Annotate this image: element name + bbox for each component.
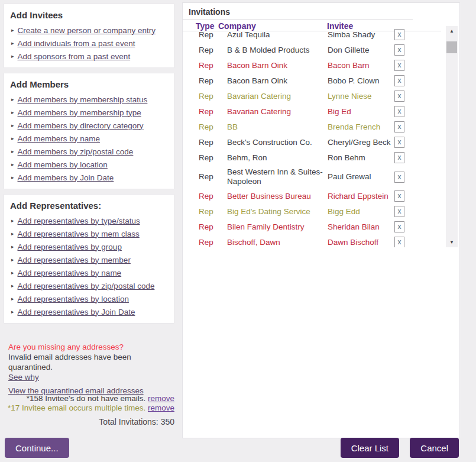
triangle-bullet-icon: ▸ [11,175,14,180]
menu-link-row: ▸Add members by directory category [10,119,168,132]
remove-invitee-button[interactable]: x [394,44,404,56]
menu-link[interactable]: Add members by zip/postal code [18,147,134,156]
multiple-emails-text: *17 Invitee email occurs multiple times. [8,403,148,412]
invitations-list[interactable]: RepAzul TequilaSimba ShadyxRepB & B Mold… [183,27,448,247]
company-cell: Azul Tequila [227,30,328,40]
menu-link-row: ▸Add members by membership status [10,93,168,106]
invitee-cell: Sheridan Bilan [328,222,394,232]
menu-link[interactable]: Add representatives by Join Date [18,308,135,316]
remove-multiple-link[interactable]: remove [148,403,174,412]
scroll-up-icon[interactable]: ▲ [446,26,458,36]
menu-link[interactable]: Create a new person or company entry [18,26,156,35]
remove-invitee-button[interactable]: x [394,75,404,86]
menu-link-row: ▸Create a new person or company entry [10,24,168,37]
table-row: RepBest Western Inn & Suites-NapoleonPau… [183,166,448,189]
menu-link[interactable]: Add representatives by mem class [18,230,140,238]
menu-link-row: ▸Add representatives by type/status [10,214,168,227]
invitee-cell: Dawn Bischoff [328,238,394,247]
menu-link[interactable]: Add members by location [18,160,108,169]
remove-invitee-button[interactable]: x [394,152,404,163]
remove-invitee-button[interactable]: x [394,29,404,40]
remove-invitee-button[interactable]: x [394,206,404,217]
menu-link[interactable]: Add representatives by name [18,269,122,277]
invitee-cell: Don Gillette [328,46,394,55]
table-row: RepBeck's Construction Co.Cheryl/Greg Be… [183,135,448,150]
invitee-cell: Brenda French [328,122,394,132]
see-why-link[interactable]: See why [8,372,39,382]
remove-invitee-button[interactable]: x [394,190,404,202]
menu-link-row: ▸Add individuals from a past event [10,37,168,50]
list-scrollbar[interactable]: ▲ ▼ [446,26,458,247]
table-row: RepBacon Barn OinkBacon Barnx [183,58,448,73]
multiple-emails-line: *17 Invitee email occurs multiple times.… [5,403,174,413]
table-row: RepBacon Barn OinkBobo P. Clownx [183,73,448,89]
invitee-cell: Simba Shady [328,30,394,40]
remove-invitee-button[interactable]: x [394,221,404,232]
menu-link-row: ▸Add representatives by name [10,266,168,279]
menu-link[interactable]: Add representatives by location [18,295,129,303]
remove-invitee-button[interactable]: x [394,172,404,183]
triangle-bullet-icon: ▸ [11,96,14,102]
invitee-cell: Lynne Niese [328,92,394,101]
menu-link[interactable]: Add sponsors from a past event [18,52,131,61]
invitee-cell: Big Ed [328,107,394,117]
invitations-title: Invitations [189,7,459,17]
company-cell: Bavarian Catering [227,107,328,117]
company-cell: Bacon Barn Oink [227,76,328,86]
section-box-2: Add Representatives:▸Add representatives… [4,194,174,324]
company-cell: Bavarian Catering [227,92,328,101]
invitations-panel: Invitations Type Company Invitee RepAzul… [182,2,460,438]
company-cell: Beck's Construction Co. [227,138,328,147]
remove-invitee-button[interactable]: x [394,237,404,247]
type-cell: Rep [199,30,227,40]
remove-invitee-button[interactable]: x [394,137,404,148]
type-cell: Rep [199,172,227,182]
table-row: RepBig Ed's Dating ServiceBigg Eddx [183,204,448,219]
menu-link[interactable]: Add members by directory category [18,121,144,130]
triangle-bullet-icon: ▸ [11,244,14,250]
section-heading: Add Invitees [10,9,168,24]
menu-link[interactable]: Add individuals from a past event [18,39,135,48]
company-cell: Best Western Inn & Suites-Napoleon [227,167,328,186]
remove-no-emails-link[interactable]: remove [148,394,174,403]
table-row: RepAzul TequilaSimba Shadyx [183,27,448,43]
triangle-bullet-icon: ▸ [11,148,14,154]
company-cell: B & B Molded Products [227,46,328,55]
triangle-bullet-icon: ▸ [11,296,14,302]
company-cell: BB [227,122,328,132]
menu-link-row: ▸Add representatives by member [10,253,168,266]
clear-list-button[interactable]: Clear List [341,438,399,458]
total-invitations: Total Invitations: 350 [5,417,174,427]
menu-link[interactable]: Add members by membership type [18,108,141,117]
menu-link[interactable]: Add representatives by type/status [18,217,140,225]
remove-invitee-button[interactable]: x [394,121,404,133]
scroll-down-icon[interactable]: ▼ [446,237,458,247]
invitation-summary: *158 Invitee's do not have emails. remov… [5,394,174,427]
scrollbar-thumb[interactable] [446,41,457,53]
cancel-button[interactable]: Cancel [410,438,459,458]
quarantine-warning-block: Are you missing any addresses? Invalid e… [8,342,177,396]
menu-link-row: ▸Add members by location [10,158,168,171]
missing-addresses-warning: Are you missing any addresses? [8,342,177,352]
remove-invitee-button[interactable]: x [394,60,404,71]
menu-link[interactable]: Add members by membership status [18,95,148,104]
remove-invitee-button[interactable]: x [394,106,404,117]
remove-invitee-button[interactable]: x [394,91,404,102]
menu-link-row: ▸Add representatives by mem class [10,227,168,240]
triangle-bullet-icon: ▸ [11,309,14,315]
triangle-bullet-icon: ▸ [11,27,14,33]
type-cell: Rep [199,192,227,201]
company-cell: Bischoff, Dawn [227,238,328,247]
menu-link[interactable]: Add members by Join Date [18,173,114,182]
continue-button[interactable]: Continue... [5,438,69,458]
table-row: RepBBBrenda Frenchx [183,119,448,135]
table-row: RepBehm, RonRon Behmx [183,150,448,166]
type-cell: Rep [199,222,227,232]
menu-link-row: ▸Add members by membership type [10,106,168,119]
menu-link[interactable]: Add representatives by member [18,256,131,264]
table-row: RepBilen Family DentistrySheridan Bilanx [183,219,448,235]
section-heading: Add Representatives: [10,199,168,214]
menu-link[interactable]: Add representatives by zip/postal code [18,282,155,290]
menu-link[interactable]: Add representatives by group [18,243,122,251]
menu-link[interactable]: Add members by name [18,134,101,143]
